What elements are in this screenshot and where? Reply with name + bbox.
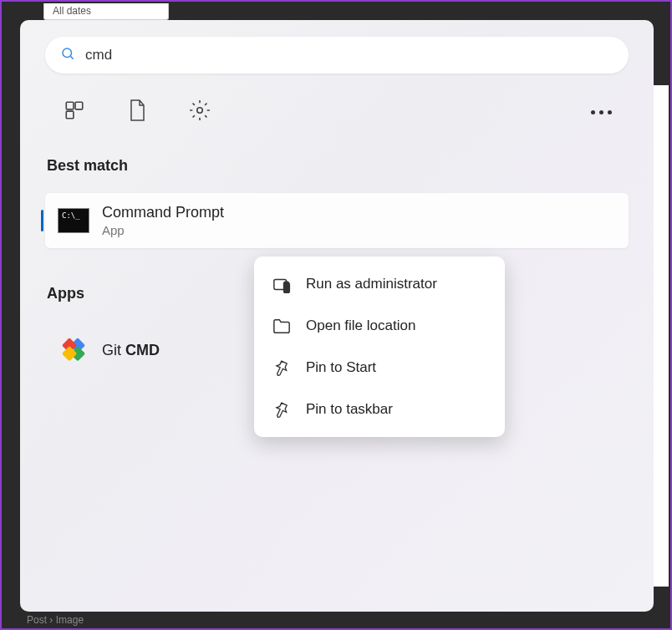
folder-icon [272,317,291,335]
breadcrumb: Post › Image [27,614,84,626]
search-input[interactable] [85,47,613,64]
svg-rect-2 [66,102,74,109]
search-icon [60,46,75,64]
search-filter-toolbar [45,99,629,125]
apps-filter-icon[interactable] [64,99,85,124]
documents-filter-icon[interactable] [127,99,147,125]
menu-label: Open file location [306,318,415,334]
svg-point-5 [197,108,203,114]
menu-label: Pin to Start [306,359,376,376]
pin-icon [272,358,291,377]
result-title: Git CMD [102,342,160,359]
selection-indicator [41,210,43,231]
menu-open-file-location[interactable]: Open file location [254,305,505,347]
result-title: Command Prompt [102,204,224,221]
menu-label: Pin to taskbar [306,401,393,418]
pin-icon [272,400,291,419]
settings-filter-icon[interactable] [189,99,211,124]
command-prompt-icon: C:\_ [58,208,89,233]
svg-point-0 [63,48,72,58]
admin-shield-icon [272,275,291,293]
svg-line-1 [70,56,73,58]
menu-label: Run as administrator [306,276,437,292]
git-cmd-icon [57,333,90,367]
svg-rect-4 [66,111,74,119]
menu-pin-to-taskbar[interactable]: Pin to taskbar [254,389,505,430]
search-bar[interactable] [45,37,629,74]
result-text: Command Prompt App [102,204,224,237]
result-subtitle: App [102,223,224,237]
date-filter-dropdown[interactable]: All dates [43,3,169,20]
background-page-fragment [654,85,669,587]
svg-rect-3 [75,102,83,109]
context-menu: Run as administrator Open file location … [254,257,505,437]
menu-pin-to-start[interactable]: Pin to Start [254,347,505,389]
menu-run-as-admin[interactable]: Run as administrator [254,263,505,305]
more-options-icon[interactable] [591,110,612,114]
best-match-label: Best match [47,157,629,175]
result-command-prompt[interactable]: C:\_ Command Prompt App [45,193,629,248]
